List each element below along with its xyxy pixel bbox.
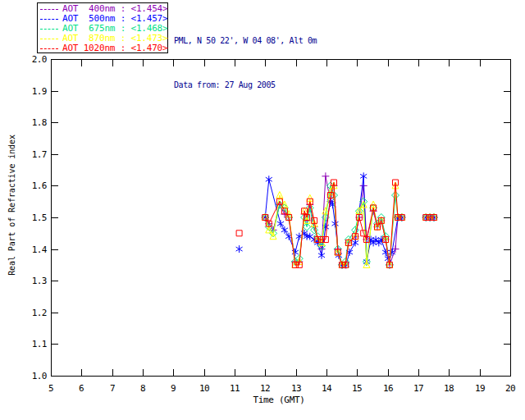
- x-tick-label: 15: [352, 383, 362, 394]
- x-tick-label: 18: [444, 383, 454, 394]
- y-tick-label: 1.4: [32, 244, 48, 255]
- y-tick-label: 2.0: [32, 54, 47, 65]
- plot-frame-and-ticks: [52, 60, 511, 377]
- y-tick-label: 1.1: [32, 339, 47, 349]
- x-tick-label: 13: [291, 383, 301, 394]
- x-tick-label: 11: [230, 383, 240, 394]
- x-tick-label: 6: [79, 383, 84, 394]
- y-tick-label: 1.6: [32, 180, 47, 191]
- x-tick-label: 14: [322, 383, 332, 394]
- x-tick-label: 5: [48, 383, 53, 394]
- x-tick-label: 7: [110, 383, 115, 394]
- y-tick-label: 1.3: [32, 276, 47, 286]
- plot-frame: [52, 60, 511, 377]
- axis-tick-labels: 5678910111213141516171819201.01.11.21.31…: [32, 54, 516, 394]
- y-tick-label: 1.9: [32, 86, 47, 97]
- y-tick-label: 1.0: [32, 371, 47, 381]
- x-tick-label: 10: [199, 383, 209, 394]
- x-axis-title: Time (GMT): [253, 395, 304, 405]
- y-tick-label: 1.8: [32, 117, 47, 128]
- x-tick-label: 20: [505, 383, 515, 394]
- x-tick-label: 12: [260, 383, 270, 394]
- x-tick-label: 19: [475, 383, 485, 394]
- x-tick-label: 8: [140, 383, 145, 394]
- series-aot-1020nm: [236, 180, 436, 267]
- y-tick-label: 1.2: [32, 308, 47, 318]
- y-tick-label: 1.5: [32, 212, 47, 223]
- x-tick-label: 17: [413, 383, 423, 394]
- y-tick-label: 1.7: [32, 149, 47, 160]
- x-tick-label: 9: [171, 383, 176, 394]
- y-axis-title: Real Part of Refractive index: [7, 135, 16, 276]
- refractive-index-chart: 5678910111213141516171819201.01.11.21.31…: [0, 0, 525, 420]
- x-tick-label: 16: [383, 383, 393, 394]
